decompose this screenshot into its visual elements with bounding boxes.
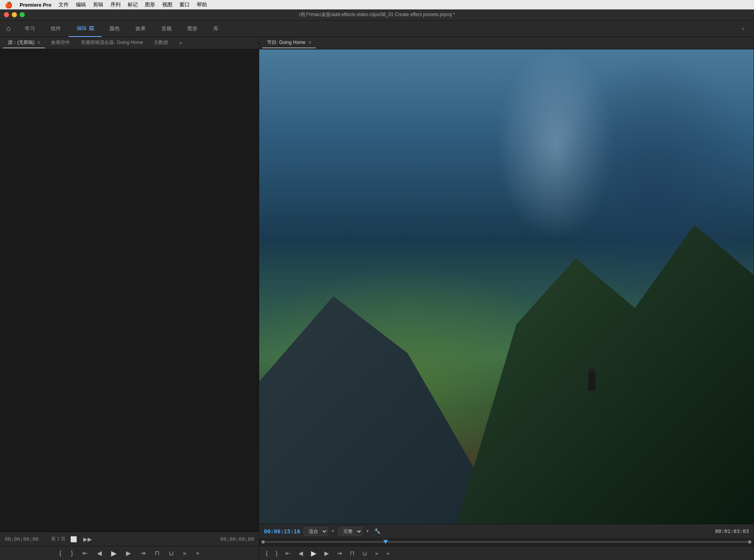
tab-program[interactable]: 节目: Going Home ≡ (262, 38, 316, 48)
edit-lines-icon (89, 26, 94, 30)
source-step-forward[interactable]: ▶ (124, 549, 133, 558)
nav-graphics[interactable]: 图形 (179, 20, 205, 37)
tab-audio-mixer[interactable]: 音频剪辑混合器: Going Home (76, 38, 148, 48)
source-video-area (0, 49, 259, 532)
program-transport-bar: { } ⇤ ◀ ▶ ▶ ⇥ ⊓ ⊔ » + (259, 546, 754, 560)
title-bar: /用户/mac/桌面/add-effects-video-clips/08_01… (0, 9, 754, 20)
menu-marker[interactable]: 标记 (128, 1, 138, 8)
source-monitor-content (0, 49, 259, 532)
source-go-in[interactable]: ⇤ (80, 549, 90, 558)
scrubber-track[interactable] (265, 541, 748, 543)
fit-chevron-icon: ▼ (331, 529, 335, 533)
tab-effect-controls[interactable]: 效果控件 (46, 38, 75, 48)
menu-help[interactable]: 帮助 (197, 1, 207, 8)
menu-sequence[interactable]: 序列 (110, 1, 121, 8)
workspace: 源：(无剪辑) ≡ 效果控件 音频剪辑混合器: Going Home 元数据 »… (0, 37, 754, 560)
program-duration: 00:01:03:03 (715, 528, 749, 534)
fit-selector[interactable]: 适合 (304, 527, 328, 536)
prog-step-forward[interactable]: ▶ (322, 549, 331, 558)
source-timecode-in: 00;00;00;00 (5, 536, 40, 542)
prog-extract[interactable]: ⊔ (361, 549, 369, 558)
source-forward-page[interactable]: ▶▶ (82, 535, 93, 543)
source-page-icon: ⬜ (69, 535, 79, 543)
scrubber-start-handle[interactable] (262, 540, 265, 544)
source-in-point[interactable]: { (57, 549, 64, 558)
menu-file[interactable]: 文件 (59, 1, 69, 8)
maximize-button[interactable] (20, 12, 25, 17)
mountain-bg (259, 239, 507, 524)
source-timecode-out: 00;00;00;00 (220, 536, 254, 542)
menu-clip[interactable]: 剪辑 (93, 1, 103, 8)
nav-learn[interactable]: 学习 (17, 20, 43, 37)
source-more-controls[interactable]: » (181, 549, 189, 558)
scrubber-playhead[interactable] (383, 540, 388, 544)
source-transport-bar: { } ⇤ ◀ ▶ ▶ ⇥ ⊓ ⊔ » + (0, 546, 259, 560)
window-title: /用户/mac/桌面/add-effects-video-clips/08_01… (299, 11, 455, 18)
source-monitor-panel: 源：(无剪辑) ≡ 效果控件 音频剪辑混合器: Going Home 元数据 »… (0, 37, 259, 560)
scrubber-end-handle[interactable] (748, 540, 751, 544)
prog-more-controls[interactable]: » (373, 549, 380, 557)
menu-graphic[interactable]: 图形 (145, 1, 155, 8)
tab-metadata[interactable]: 元数据 (149, 38, 173, 48)
source-add-button[interactable]: + (194, 549, 202, 558)
video-preview (259, 49, 754, 524)
mac-menubar: 🍎 Premiere Pro 文件 编辑 剪辑 序列 标记 图形 视图 窗口 帮… (0, 0, 754, 9)
program-monitor-panel: 节目: Going Home ≡ 00:00:15:16 适合 ▼ 完整 ▼ 🔧… (259, 37, 754, 560)
prog-in-point[interactable]: { (264, 549, 270, 557)
program-video-area (259, 49, 754, 524)
program-timecode: 00:00:15:16 (264, 528, 300, 534)
menu-edit[interactable]: 编辑 (76, 1, 86, 8)
prog-add-button[interactable]: + (384, 549, 392, 557)
source-panel-chevron[interactable]: » (174, 38, 187, 48)
traffic-lights (4, 12, 25, 17)
source-overwrite[interactable]: ⊔ (167, 549, 176, 558)
quality-chevron-icon: ▼ (366, 529, 370, 533)
program-scrubber[interactable] (259, 538, 754, 546)
source-step-back[interactable]: ◀ (95, 549, 104, 558)
prog-go-out[interactable]: ⇥ (335, 549, 344, 558)
source-page-indicator: 第 1 页 (51, 536, 66, 542)
nav-effects[interactable]: 效果 (128, 20, 154, 37)
source-out-point[interactable]: } (68, 549, 75, 558)
figure-silhouette (588, 371, 595, 391)
apple-menu[interactable]: 🍎 (5, 1, 13, 9)
close-button[interactable] (4, 12, 9, 17)
source-panel-tabs: 源：(无剪辑) ≡ 效果控件 音频剪辑混合器: Going Home 元数据 » (0, 37, 259, 49)
prog-out-point[interactable]: } (274, 549, 280, 557)
prog-step-back[interactable]: ◀ (296, 549, 305, 558)
settings-wrench-icon[interactable]: 🔧 (374, 528, 381, 534)
nav-more-button[interactable]: » (739, 26, 748, 31)
minimize-button[interactable] (12, 12, 17, 17)
tab-source[interactable]: 源：(无剪辑) ≡ (3, 38, 45, 48)
prog-go-in[interactable]: ⇤ (284, 549, 293, 558)
prog-lift[interactable]: ⊓ (348, 549, 357, 558)
home-button[interactable]: ⌂ (6, 24, 17, 33)
source-tab-menu-icon[interactable]: ≡ (37, 40, 40, 45)
menu-view[interactable]: 视图 (162, 1, 172, 8)
source-go-out[interactable]: ⇥ (138, 549, 148, 558)
mountain-fg (457, 192, 754, 524)
app-nav: ⌂ 学习 组件 编辑 颜色 效果 音频 图形 库 » (0, 20, 754, 37)
menu-window[interactable]: 窗口 (179, 1, 190, 8)
nav-assembly[interactable]: 组件 (43, 20, 69, 37)
nav-library[interactable]: 库 (205, 20, 226, 37)
source-insert[interactable]: ⊓ (152, 549, 162, 558)
source-play-button[interactable]: ▶ (109, 548, 119, 558)
source-controls-bar: 00;00;00;00 第 1 页 ⬜ ▶▶ 00;00;00;00 (0, 532, 259, 546)
nav-audio[interactable]: 音频 (154, 20, 179, 37)
prog-play-button[interactable]: ▶ (309, 548, 318, 558)
app-name[interactable]: Premiere Pro (20, 2, 51, 8)
program-tab-menu-icon[interactable]: ≡ (308, 40, 311, 45)
nav-edit[interactable]: 编辑 (69, 20, 102, 37)
nav-color[interactable]: 颜色 (102, 20, 128, 37)
program-panel-tabs: 节目: Going Home ≡ (259, 37, 754, 49)
quality-selector[interactable]: 完整 (338, 527, 362, 536)
program-controls-bar: 00:00:15:16 适合 ▼ 完整 ▼ 🔧 00:01:03:03 (259, 524, 754, 538)
